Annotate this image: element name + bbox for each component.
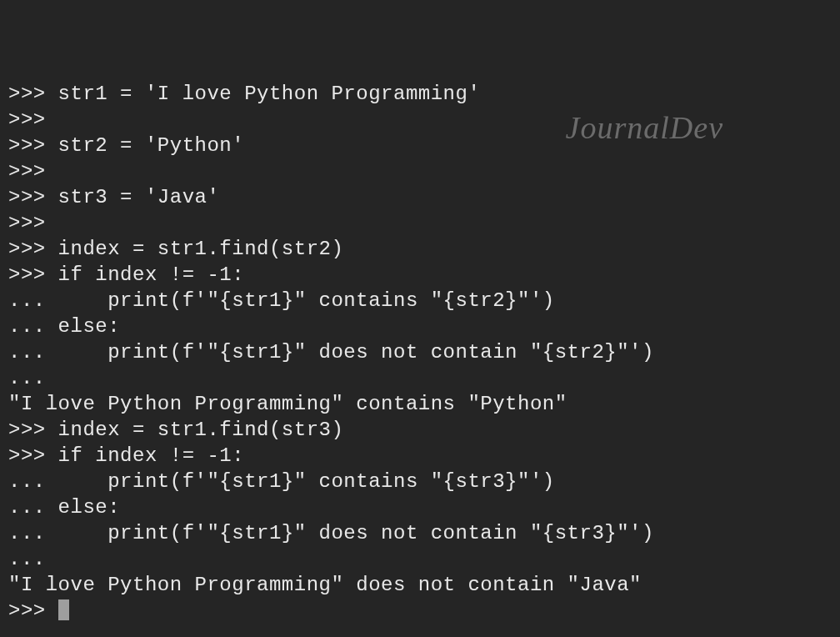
terminal-line: >>> str3 = 'Java' [8, 184, 832, 210]
terminal-line: >>> [8, 158, 832, 184]
code-text: index = str1.find(str3) [58, 419, 344, 441]
prompt: >>> [8, 83, 58, 105]
prompt: >>> [8, 160, 58, 183]
terminal-line: >>> [8, 107, 832, 133]
terminal[interactable]: JournalDev >>> str1 = 'I love Python Pro… [0, 0, 840, 637]
code-text: print(f'"{str1}" contains "{str3}"') [58, 470, 555, 493]
code-text: if index != -1: [58, 263, 245, 286]
terminal-line: ... [8, 546, 832, 572]
prompt: ... [8, 367, 58, 389]
prompt: >>> [8, 186, 58, 208]
terminal-line: >>> str2 = 'Python' [8, 133, 832, 158]
prompt: >>> [8, 238, 58, 260]
terminal-line: ... print(f'"{str1}" contains "{str3}"') [8, 469, 832, 494]
code-text: print(f'"{str1}" does not contain "{str3… [58, 522, 654, 544]
prompt: ... [8, 315, 58, 338]
code-text: str1 = 'I love Python Programming' [58, 83, 481, 105]
terminal-line: >>> index = str1.find(str3) [8, 417, 832, 443]
cursor-icon [58, 599, 69, 620]
prompt: ... [8, 522, 58, 544]
prompt: >>> [8, 263, 58, 286]
terminal-line: ... [8, 365, 832, 391]
terminal-line: ... else: [8, 494, 832, 520]
code-text: print(f'"{str1}" contains "{str2}"') [58, 289, 555, 312]
terminal-line: >>> index = str1.find(str2) [8, 236, 832, 262]
prompt: >>> [8, 444, 58, 467]
code-text: str3 = 'Java' [58, 186, 220, 208]
code-text: if index != -1: [58, 444, 245, 467]
code-text: str2 = 'Python' [58, 134, 245, 157]
prompt: ... [8, 470, 58, 493]
prompt: ... [8, 496, 58, 519]
code-text: else: [58, 496, 121, 519]
terminal-line: >>> if index != -1: [8, 262, 832, 288]
prompt: >>> [8, 108, 58, 131]
terminal-line: "I love Python Programming" does not con… [8, 572, 832, 598]
prompt: >>> [8, 419, 58, 441]
terminal-line: ... print(f'"{str1}" contains "{str2}"') [8, 288, 832, 313]
prompt: >>> [8, 599, 58, 622]
terminal-lines: >>> str1 = 'I love Python Programming'>>… [8, 81, 832, 624]
terminal-line: ... print(f'"{str1}" does not contain "{… [8, 339, 832, 365]
code-text: "I love Python Programming" does not con… [8, 574, 642, 596]
code-text: index = str1.find(str2) [58, 238, 344, 260]
code-text: print(f'"{str1}" does not contain "{str2… [58, 341, 654, 364]
prompt: >>> [8, 212, 58, 234]
terminal-line: "I love Python Programming" contains "Py… [8, 391, 832, 417]
prompt: ... [8, 289, 58, 312]
code-text: "I love Python Programming" contains "Py… [8, 393, 568, 415]
terminal-line: >>> [8, 598, 832, 624]
terminal-line: ... print(f'"{str1}" does not contain "{… [8, 520, 832, 546]
prompt: >>> [8, 134, 58, 157]
terminal-line: ... else: [8, 313, 832, 339]
code-text: else: [58, 315, 121, 338]
terminal-line: >>> str1 = 'I love Python Programming' [8, 81, 832, 107]
prompt: ... [8, 341, 58, 364]
terminal-line: >>> [8, 210, 832, 236]
prompt: ... [8, 548, 58, 570]
terminal-line: >>> if index != -1: [8, 443, 832, 469]
